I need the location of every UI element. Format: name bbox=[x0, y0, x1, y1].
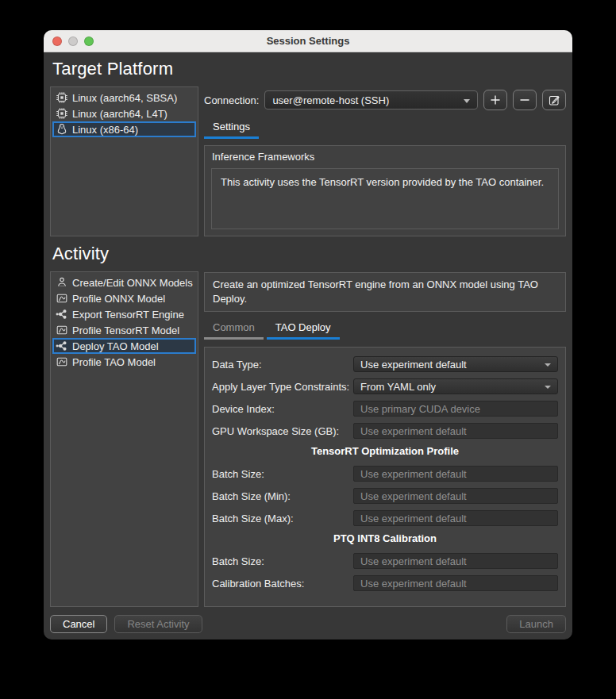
tab-tao-deploy[interactable]: TAO Deploy bbox=[267, 319, 340, 340]
platform-item-label: Linux (x86-64) bbox=[72, 124, 138, 136]
data-type-value: Use experiment default bbox=[360, 359, 467, 371]
minus-icon bbox=[519, 94, 530, 106]
footer-bar: Cancel Reset Activity Launch bbox=[50, 614, 566, 633]
tao-deploy-form: Data Type: Use experiment default Apply … bbox=[204, 347, 566, 607]
batch-size-max-input[interactable] bbox=[353, 510, 558, 526]
cancel-button[interactable]: Cancel bbox=[50, 615, 107, 633]
data-type-select[interactable]: Use experiment default bbox=[353, 356, 558, 372]
layer-constraints-label: Apply Layer Type Constraints: bbox=[212, 381, 353, 393]
zoom-button[interactable] bbox=[84, 36, 94, 46]
chart-icon bbox=[55, 324, 68, 337]
activity-item-profile-tao-model[interactable]: Profile TAO Model bbox=[52, 354, 196, 370]
edit-pencil-icon bbox=[549, 94, 560, 106]
edit-connection-button[interactable] bbox=[542, 90, 566, 110]
target-platform-heading: Target Platform bbox=[52, 59, 566, 79]
platform-item-linux-x86-64[interactable]: Linux (x86-64) bbox=[52, 121, 196, 137]
activity-item-create-edit-onnx-models[interactable]: Create/Edit ONNX Models bbox=[52, 275, 196, 290]
titlebar: Session Settings bbox=[44, 30, 572, 52]
chip-icon bbox=[55, 107, 68, 121]
calibration-batches-label: Calibration Batches: bbox=[212, 578, 353, 590]
batch-size-min-label: Batch Size (Min): bbox=[212, 490, 353, 502]
activity-item-profile-tensorrt-model[interactable]: Profile TensorRT Model bbox=[52, 322, 196, 338]
plus-icon bbox=[490, 94, 501, 106]
linux-penguin-icon bbox=[55, 123, 68, 136]
device-index-label: Device Index: bbox=[212, 403, 353, 415]
gpu-workspace-label: GPU Workspace Size (GB): bbox=[212, 425, 353, 437]
activity-item-deploy-tao-model[interactable]: Deploy TAO Model bbox=[52, 338, 196, 354]
remove-connection-button[interactable] bbox=[513, 90, 537, 110]
platform-item-linux-aarch64-sbsa[interactable]: Linux (aarch64, SBSA) bbox=[52, 90, 196, 106]
activity-heading: Activity bbox=[52, 244, 566, 264]
activity-item-label: Profile ONNX Model bbox=[72, 293, 165, 305]
connection-select[interactable]: user@remote-host (SSH) bbox=[264, 90, 478, 109]
chart-icon bbox=[55, 355, 68, 369]
session-settings-window: Session Settings Target Platform Linux (… bbox=[44, 30, 572, 639]
close-button[interactable] bbox=[52, 36, 62, 46]
ptq-int8-calibration-title: PTQ INT8 Calibration bbox=[212, 532, 558, 544]
add-connection-button[interactable] bbox=[483, 90, 507, 110]
window-title: Session Settings bbox=[267, 35, 350, 47]
inference-frameworks-groupbox: Inference Frameworks This activity uses … bbox=[204, 145, 566, 236]
platform-item-label: Linux (aarch64, SBSA) bbox=[72, 92, 177, 104]
activity-item-label: Profile TensorRT Model bbox=[72, 325, 179, 336]
graph-nodes-icon bbox=[55, 340, 68, 353]
inference-frameworks-title: Inference Frameworks bbox=[205, 146, 565, 164]
device-index-input[interactable] bbox=[353, 401, 558, 417]
platform-item-label: Linux (aarch64, L4T) bbox=[72, 108, 167, 120]
connection-value: user@remote-host (SSH) bbox=[272, 94, 389, 106]
ptq-batch-size-label: Batch Size: bbox=[212, 555, 353, 567]
batch-size-max-label: Batch Size (Max): bbox=[212, 513, 353, 524]
activity-item-label: Profile TAO Model bbox=[72, 356, 156, 368]
activity-item-label: Deploy TAO Model bbox=[72, 340, 159, 352]
chevron-down-icon bbox=[545, 363, 551, 367]
calibration-batches-input[interactable] bbox=[353, 575, 558, 591]
activity-item-label: Create/Edit ONNX Models bbox=[72, 277, 193, 289]
tab-common[interactable]: Common bbox=[204, 319, 264, 340]
tab-settings[interactable]: Settings bbox=[204, 118, 259, 139]
activity-item-profile-onnx-model[interactable]: Profile ONNX Model bbox=[52, 290, 196, 306]
layer-constraints-select[interactable]: From YAML only bbox=[353, 378, 558, 394]
activity-item-label: Export TensorRT Engine bbox=[72, 309, 184, 321]
gpu-workspace-input[interactable] bbox=[353, 423, 558, 439]
graph-nodes-icon bbox=[55, 308, 68, 321]
batch-size-min-input[interactable] bbox=[353, 488, 558, 504]
minimize-button[interactable] bbox=[68, 36, 78, 46]
chip-icon bbox=[55, 91, 68, 105]
chevron-down-icon bbox=[545, 386, 551, 389]
inference-frameworks-text: This activity uses the TensorRT version … bbox=[211, 168, 559, 229]
dialog-content: Target Platform Linux (aarch64, SBSA) Li… bbox=[44, 52, 572, 639]
chart-icon bbox=[55, 292, 68, 305]
reset-activity-button: Reset Activity bbox=[114, 615, 202, 633]
chevron-down-icon bbox=[464, 99, 470, 103]
layer-constraints-value: From YAML only bbox=[360, 381, 436, 393]
connection-label: Connection: bbox=[204, 94, 259, 106]
activity-item-export-tensorrt-engine[interactable]: Export TensorRT Engine bbox=[52, 306, 196, 322]
launch-button: Launch bbox=[506, 615, 566, 633]
trt-optimization-profile-title: TensorRT Optimization Profile bbox=[212, 445, 558, 457]
data-type-label: Data Type: bbox=[212, 359, 353, 371]
batch-size-input[interactable] bbox=[353, 466, 558, 482]
ptq-batch-size-input[interactable] bbox=[353, 553, 558, 569]
platform-item-linux-aarch64-l4t[interactable]: Linux (aarch64, L4T) bbox=[52, 106, 196, 121]
person-icon bbox=[55, 276, 68, 290]
traffic-lights bbox=[52, 30, 94, 52]
batch-size-label: Batch Size: bbox=[212, 468, 353, 480]
platform-list: Linux (aarch64, SBSA) Linux (aarch64, L4… bbox=[50, 86, 198, 236]
activity-description: Create an optimized TensorRT engine from… bbox=[204, 272, 566, 312]
activity-list: Create/Edit ONNX Models Profile ONNX Mod… bbox=[50, 271, 198, 607]
